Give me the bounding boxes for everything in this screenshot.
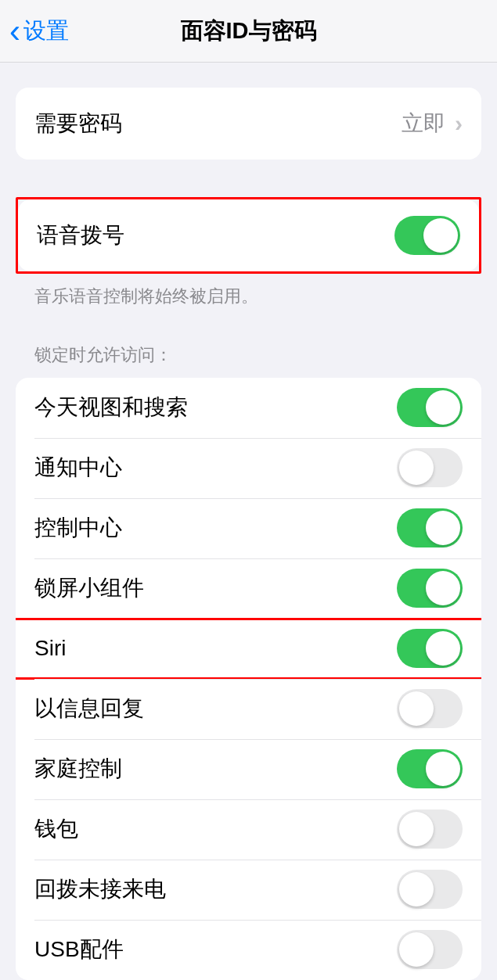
toggle-knob	[426, 752, 460, 786]
toggle-钱包[interactable]	[397, 809, 463, 849]
toggle-knob	[426, 631, 460, 666]
back-button[interactable]: ‹ 设置	[0, 15, 69, 48]
toggle-今天视图和搜索[interactable]	[397, 388, 463, 427]
group-lock-access: 今天视图和搜索通知中心控制中心锁屏小组件Siri以信息回复家庭控制钱包回拨未接来…	[16, 378, 481, 980]
toggle-回拨未接来电[interactable]	[397, 870, 463, 909]
row-label: 控制中心	[34, 513, 122, 543]
highlight-voice-dial: 语音拨号	[16, 197, 481, 274]
row-label: 今天视图和搜索	[34, 393, 188, 422]
row-lock-access-item: 今天视图和搜索	[16, 378, 481, 438]
footer-voice-dial: 音乐语音控制将始终被启用。	[16, 274, 481, 309]
row-label: 钱包	[34, 814, 78, 844]
chevron-right-icon: ›	[455, 110, 463, 137]
row-lock-access-item: 以信息回复	[16, 679, 481, 739]
section-header-lock-access: 锁定时允许访问：	[16, 343, 481, 378]
row-lock-access-item: 锁屏小组件	[16, 558, 481, 619]
row-lock-access-item: USB配件	[16, 920, 481, 980]
toggle-家庭控制[interactable]	[397, 749, 463, 788]
toggle-knob	[399, 872, 434, 906]
row-label: 以信息回复	[34, 694, 144, 723]
toggle-knob	[426, 571, 460, 605]
row-voice-dial: 语音拨号	[18, 199, 479, 271]
toggle-voice-dial[interactable]	[394, 216, 460, 255]
row-value: 立即	[402, 109, 445, 138]
row-label: 通知中心	[34, 453, 122, 483]
navigation-header: ‹ 设置 面容ID与密码	[0, 0, 497, 63]
toggle-Siri[interactable]	[397, 629, 463, 668]
toggle-以信息回复[interactable]	[397, 689, 463, 728]
row-value-wrap: 立即 ›	[402, 109, 463, 138]
row-label: Siri	[34, 636, 66, 661]
row-lock-access-item: 通知中心	[16, 438, 481, 498]
toggle-knob	[399, 451, 434, 485]
row-label: USB配件	[34, 935, 124, 964]
row-label: 需要密码	[34, 109, 122, 138]
toggle-通知中心[interactable]	[397, 448, 463, 487]
toggle-knob	[423, 218, 458, 253]
toggle-控制中心[interactable]	[397, 508, 463, 547]
group-voice-dial: 语音拨号	[18, 199, 479, 271]
toggle-knob	[399, 691, 434, 726]
row-require-passcode[interactable]: 需要密码 立即 ›	[16, 88, 481, 160]
group-require-passcode: 需要密码 立即 ›	[16, 88, 481, 160]
toggle-knob	[426, 511, 460, 545]
row-label: 回拨未接来电	[34, 874, 166, 904]
row-label: 语音拨号	[37, 221, 124, 250]
toggle-knob	[399, 812, 434, 846]
toggle-锁屏小组件[interactable]	[397, 569, 463, 608]
row-lock-access-item: 控制中心	[16, 498, 481, 558]
row-lock-access-item: 钱包	[16, 799, 481, 860]
toggle-USB配件[interactable]	[397, 930, 463, 969]
row-lock-access-item: 家庭控制	[16, 739, 481, 799]
toggle-knob	[399, 932, 434, 967]
row-lock-access-item: Siri	[16, 619, 481, 679]
page-title: 面容ID与密码	[181, 16, 317, 47]
row-label: 锁屏小组件	[34, 573, 144, 603]
row-lock-access-item: 回拨未接来电	[16, 860, 481, 920]
chevron-left-icon: ‹	[9, 15, 20, 48]
toggle-knob	[426, 390, 460, 425]
row-label: 家庭控制	[34, 754, 122, 784]
back-label: 设置	[23, 16, 69, 47]
